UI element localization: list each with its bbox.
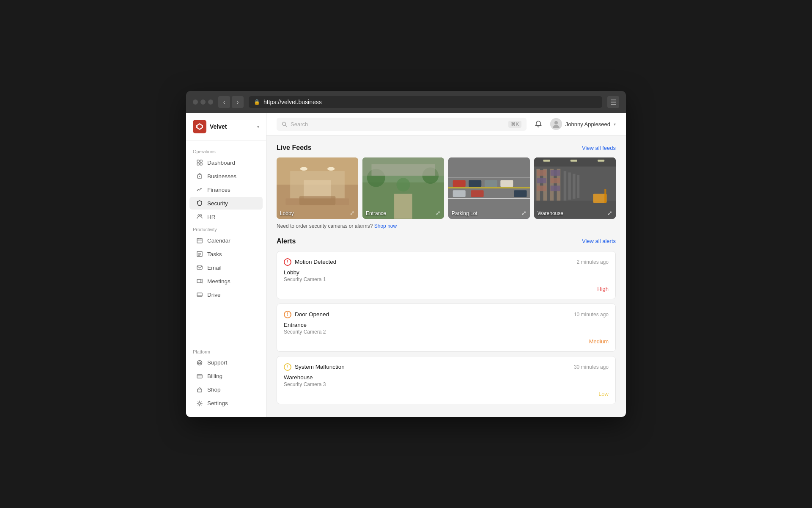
alert-1-header: ! Motion Detected 2 minutes ago: [284, 258, 609, 266]
view-all-alerts-link[interactable]: View all alerts: [582, 238, 616, 244]
svg-rect-81: [564, 171, 566, 201]
sidebar-item-calendar[interactable]: Calendar: [189, 234, 263, 247]
feed-card-entrance[interactable]: Entrance ⤢: [362, 157, 444, 219]
notification-button[interactable]: [532, 117, 545, 131]
user-chevron-icon: ▾: [614, 122, 616, 127]
svg-rect-40: [304, 180, 331, 199]
svg-rect-3: [200, 160, 202, 162]
feed-card-warehouse[interactable]: Warehouse ⤢: [534, 157, 616, 219]
sidebar-item-finances[interactable]: Finances: [189, 183, 263, 196]
feed-label-lobby: Lobby: [280, 210, 294, 216]
alerts-header: Alerts View all alerts: [277, 237, 616, 245]
url-domain: velvet.business: [281, 99, 322, 105]
browser-dot-close: [193, 99, 198, 105]
svg-rect-2: [197, 160, 199, 162]
sidebar-item-drive[interactable]: Drive: [189, 288, 263, 301]
alert-2-camera: Security Camera 2: [284, 329, 609, 335]
sidebar-item-settings[interactable]: Settings: [189, 397, 263, 410]
svg-rect-69: [571, 160, 577, 161]
feed-expand-lobby[interactable]: ⤢: [350, 210, 355, 216]
svg-rect-79: [551, 178, 560, 183]
browser-forward-button[interactable]: ›: [232, 96, 244, 108]
alert-card-3: ! System Malfunction 30 minutes ago Ware…: [277, 356, 616, 404]
svg-rect-73: [537, 170, 546, 176]
alert-2-footer: Medium: [284, 338, 609, 345]
svg-point-8: [198, 215, 200, 216]
sidebar-item-tasks[interactable]: Tasks: [189, 248, 263, 260]
promo-text: Need to order security cameras or alarms…: [277, 223, 616, 229]
svg-point-9: [200, 215, 202, 216]
live-feeds-title: Live Feeds: [277, 144, 312, 152]
search-bar[interactable]: Search ⌘K: [277, 118, 527, 131]
sidebar-label-billing: Billing: [207, 373, 222, 379]
sidebar: Velvet ▾ Operations Dashboard: [186, 113, 266, 417]
alert-2-location: Entrance: [284, 322, 609, 328]
svg-rect-45: [335, 199, 349, 205]
shop-icon: [196, 387, 203, 393]
sidebar-item-dashboard[interactable]: Dashboard: [189, 156, 263, 169]
alert-3-severity: Low: [598, 391, 609, 397]
browser-address-bar[interactable]: 🔒 https://velvet.business: [249, 96, 602, 108]
alert-3-footer: Low: [284, 391, 609, 397]
sidebar-label-security: Security: [207, 200, 228, 207]
alert-2-header: ! Door Opened 10 minutes ago: [284, 311, 609, 318]
drive-icon: [196, 291, 203, 298]
svg-rect-4: [197, 163, 199, 165]
alert-1-footer: High: [284, 286, 609, 292]
feed-card-parking[interactable]: Parking Lot ⤢: [448, 157, 530, 219]
feed-expand-parking[interactable]: ⤢: [521, 210, 527, 216]
email-icon: [196, 264, 203, 271]
sidebar-label-hr: HR: [207, 214, 216, 220]
browser-window-controls: [193, 99, 213, 105]
svg-point-23: [198, 360, 202, 365]
alert-1-location: Lobby: [284, 269, 609, 276]
platform-section-label: Platform: [186, 346, 266, 356]
feed-expand-warehouse[interactable]: ⤢: [607, 210, 612, 216]
sidebar-item-billing[interactable]: Billing: [189, 370, 263, 383]
feed-label-warehouse: Warehouse: [538, 210, 563, 216]
svg-point-41: [300, 167, 307, 171]
live-feeds-header: Live Feeds View all feeds: [277, 144, 616, 152]
operations-section-label: Operations: [186, 146, 266, 156]
feed-card-lobby[interactable]: Lobby ⤢: [277, 157, 358, 219]
svg-rect-51: [394, 194, 412, 219]
svg-rect-83: [573, 174, 575, 199]
svg-rect-20: [197, 293, 202, 296]
sidebar-item-businesses[interactable]: Businesses: [189, 170, 263, 182]
view-all-feeds-link[interactable]: View all feeds: [582, 145, 616, 151]
svg-rect-29: [197, 375, 202, 378]
alert-card-1: ! Motion Detected 2 minutes ago Lobby Se…: [277, 251, 616, 299]
alert-3-icon: !: [284, 363, 291, 371]
feed-expand-entrance[interactable]: ⤢: [436, 210, 441, 216]
sidebar-item-email[interactable]: Email: [189, 261, 263, 274]
user-avatar: [550, 118, 562, 130]
app-main: Search ⌘K: [266, 113, 626, 417]
browser-menu-button[interactable]: ☰: [607, 96, 619, 108]
user-profile[interactable]: Johnny Appleseed ▾: [550, 118, 616, 130]
svg-rect-60: [485, 180, 497, 187]
browser-dot-maximize: [208, 99, 213, 105]
sidebar-label-meetings: Meetings: [207, 278, 230, 284]
svg-rect-43: [299, 196, 336, 205]
sidebar-label-calendar: Calendar: [207, 237, 230, 244]
sidebar-label-drive: Drive: [207, 292, 221, 298]
sidebar-label-support: Support: [207, 359, 227, 366]
svg-rect-5: [200, 163, 202, 165]
svg-rect-74: [537, 178, 546, 183]
alert-2-icon: !: [284, 311, 291, 318]
sidebar-item-hr[interactable]: HR: [189, 210, 263, 223]
alert-3-location: Warehouse: [284, 374, 609, 381]
search-shortcut: ⌘K: [508, 121, 521, 128]
svg-rect-82: [568, 173, 571, 200]
sidebar-item-support[interactable]: Support: [189, 356, 263, 369]
sidebar-item-shop[interactable]: Shop: [189, 384, 263, 396]
promo-message: Need to order security cameras or alarms…: [277, 223, 373, 229]
browser-back-button[interactable]: ‹: [218, 96, 230, 108]
sidebar-item-security[interactable]: Security: [189, 197, 263, 210]
hr-icon: [196, 213, 203, 220]
svg-point-32: [199, 403, 200, 404]
promo-shop-link[interactable]: Shop now: [374, 223, 397, 229]
svg-line-34: [285, 125, 287, 127]
sidebar-item-meetings[interactable]: Meetings: [189, 275, 263, 287]
alert-2-severity: Medium: [589, 338, 609, 345]
